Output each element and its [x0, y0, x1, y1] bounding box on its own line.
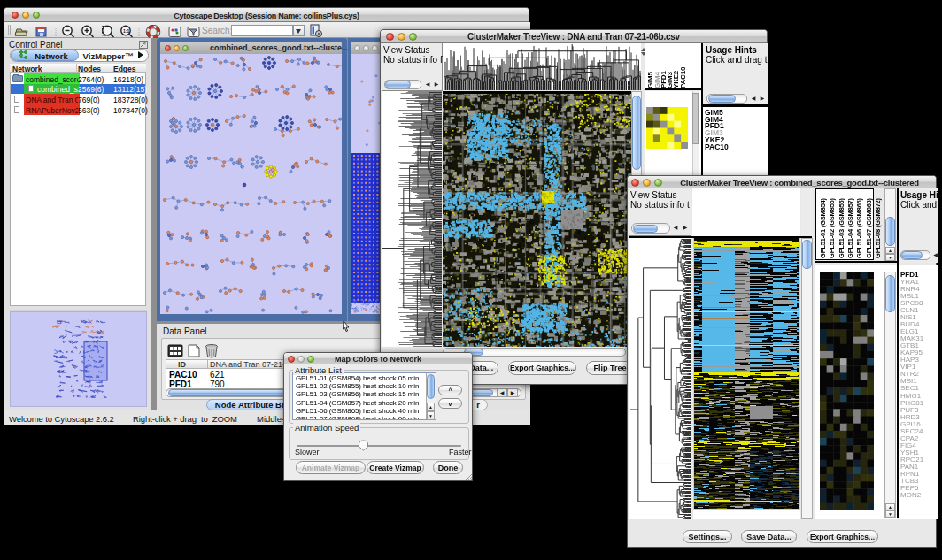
- svg-text:1:1: 1:1: [123, 28, 129, 34]
